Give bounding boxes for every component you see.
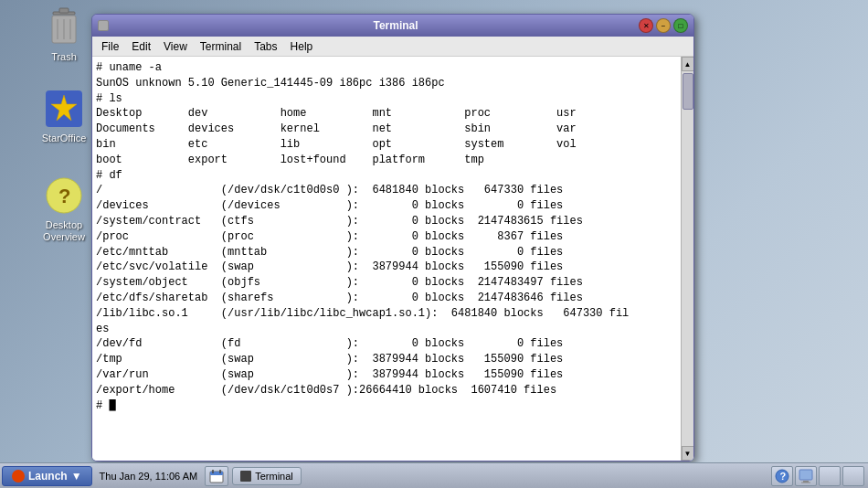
- terminal-taskbar-label: Terminal: [255, 471, 293, 482]
- scroll-down-arrow[interactable]: ▼: [682, 446, 694, 461]
- maximize-button[interactable]: □: [673, 18, 688, 33]
- trash-image: [42, 5, 86, 49]
- titlebar-left: [98, 20, 153, 31]
- svg-rect-11: [210, 472, 223, 475]
- launch-arrow: ▼: [71, 470, 82, 483]
- calendar-icon-btn[interactable]: [205, 466, 228, 486]
- terminal-title: Terminal: [153, 19, 639, 32]
- titlebar-controls: ✕ − □: [639, 18, 688, 33]
- svg-rect-1: [59, 8, 69, 13]
- menu-terminal[interactable]: Terminal: [195, 38, 247, 55]
- svg-text:?: ?: [780, 471, 787, 482]
- terminal-taskbar-icon: [240, 471, 251, 482]
- terminal-window: Terminal ✕ − □ File Edit View Terminal T…: [91, 14, 694, 461]
- terminal-output[interactable]: # uname -a SunOS unknown 5.10 Generic_14…: [92, 57, 681, 461]
- desktop-btn[interactable]: [795, 466, 817, 486]
- staroffice-label: StarOffice: [42, 133, 87, 144]
- menu-file[interactable]: File: [96, 38, 124, 55]
- svg-rect-16: [799, 470, 812, 480]
- staroffice-icon-desktop[interactable]: StarOffice: [27, 87, 101, 144]
- menu-view[interactable]: View: [158, 38, 193, 55]
- desktop-overview-label: DesktopOverview: [43, 219, 85, 243]
- taskbar-right: ?: [771, 466, 868, 486]
- taskbar: Launch ▼ Thu Jan 29, 11:06 AM Terminal ?: [0, 462, 868, 488]
- menu-edit[interactable]: Edit: [126, 38, 156, 55]
- java-icon: [12, 470, 25, 483]
- menu-tabs[interactable]: Tabs: [249, 38, 282, 55]
- scroll-up-arrow[interactable]: ▲: [682, 57, 694, 71]
- terminal-body: # uname -a SunOS unknown 5.10 Generic_14…: [92, 57, 693, 461]
- terminal-titlebar: Terminal ✕ − □: [92, 15, 693, 37]
- close-button[interactable]: ✕: [639, 18, 653, 33]
- trash-icon-desktop[interactable]: Trash: [27, 5, 101, 63]
- terminal-menubar: File Edit View Terminal Tabs Help: [92, 37, 693, 57]
- launch-label: Launch: [28, 470, 68, 483]
- pager-btn-1[interactable]: [819, 466, 841, 486]
- terminal-scrollbar: ▲ ▼: [681, 57, 693, 461]
- pager-btn-2[interactable]: [842, 466, 864, 486]
- titlebar-small-btn[interactable]: [98, 20, 109, 31]
- scroll-thumb[interactable]: [683, 73, 693, 110]
- trash-label: Trash: [51, 51, 77, 63]
- launch-button[interactable]: Launch ▼: [2, 466, 92, 486]
- taskbar-clock: Thu Jan 29, 11:06 AM: [92, 471, 206, 482]
- desktop-overview-icon-desktop[interactable]: ? DesktopOverview: [27, 174, 101, 243]
- menu-help[interactable]: Help: [285, 38, 319, 55]
- terminal-taskbar-btn[interactable]: Terminal: [232, 467, 302, 485]
- svg-text:?: ?: [58, 185, 70, 207]
- desktop-overview-image: ?: [42, 174, 86, 217]
- help-icon-btn[interactable]: ?: [771, 466, 793, 486]
- minimize-button[interactable]: −: [656, 18, 671, 33]
- staroffice-image: [42, 87, 86, 131]
